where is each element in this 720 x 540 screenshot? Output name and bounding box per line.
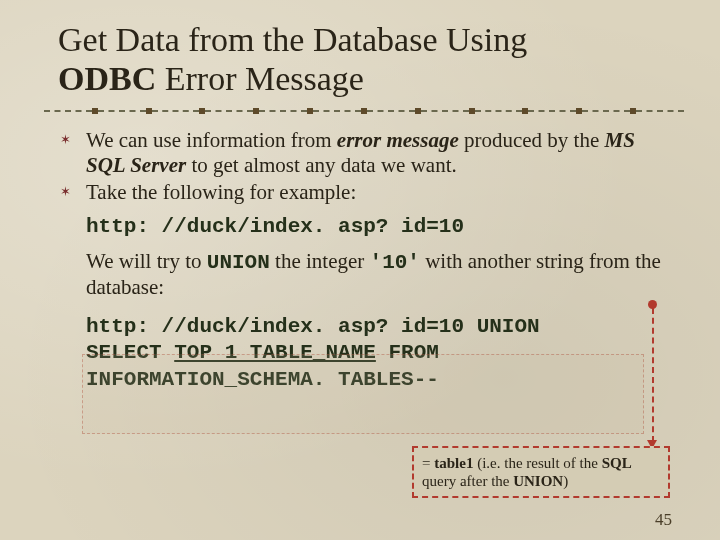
text: query after the xyxy=(422,473,513,489)
divider xyxy=(44,108,684,114)
code-line: FROM xyxy=(376,341,439,364)
code-url-1: http: //duck/index. asp? id=10 xyxy=(86,214,674,240)
paragraph-union: We will try to UNION the integer '10' wi… xyxy=(86,249,674,300)
text-bold: SQL xyxy=(602,455,632,471)
code-line: http: //duck/index. asp? id=10 UNION xyxy=(86,315,540,338)
text-bold: UNION xyxy=(513,473,563,489)
callout-box: = table1 (i.e. the result of the SQL que… xyxy=(412,446,670,498)
code-line: INFORMATION_SCHEMA. TABLES-- xyxy=(86,368,439,391)
code-underline: TOP 1 TABLE_NAME xyxy=(174,341,376,364)
text: produced by the xyxy=(459,128,605,152)
connector-dot-icon xyxy=(648,300,657,309)
bullet-list: We can use information from error messag… xyxy=(58,128,674,204)
bullet-1: We can use information from error messag… xyxy=(58,128,674,178)
text-em: error message xyxy=(337,128,459,152)
text: the integer xyxy=(270,249,370,273)
text: We can use information from xyxy=(86,128,337,152)
text-bold: table1 xyxy=(434,455,473,471)
title-line2-rest: Error Message xyxy=(156,60,364,97)
text: ) xyxy=(563,473,568,489)
slide-title: Get Data from the Database Using ODBC Er… xyxy=(58,20,674,98)
title-odbc: ODBC xyxy=(58,60,156,97)
text: = xyxy=(422,455,434,471)
code-inline: UNION xyxy=(207,251,270,274)
title-line1: Get Data from the Database Using xyxy=(58,21,527,58)
bullet-2: Take the following for example: xyxy=(58,180,674,205)
text: Take the following for example: xyxy=(86,180,356,204)
text: (i.e. the result of the xyxy=(473,455,601,471)
code-text: http: //duck/index. asp? id=10 xyxy=(86,215,464,238)
code-url-2: http: //duck/index. asp? id=10 UNION SEL… xyxy=(86,314,674,393)
slide: Get Data from the Database Using ODBC Er… xyxy=(0,0,720,540)
page-number: 45 xyxy=(655,510,672,530)
code-line: SELECT xyxy=(86,341,174,364)
text: to get almost any data we want. xyxy=(186,153,457,177)
code-inline: '10' xyxy=(370,251,420,274)
text: We will try to xyxy=(86,249,207,273)
